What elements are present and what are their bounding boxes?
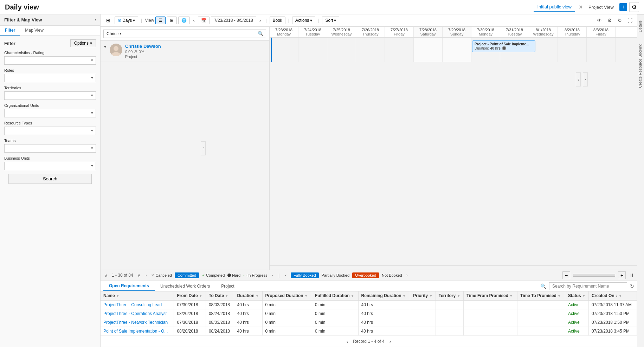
create-resource-booking-tab[interactable]: Create Resource Booking <box>637 38 644 94</box>
page-next-button[interactable]: › <box>387 338 393 345</box>
calendar-picker-button[interactable]: 📅 <box>198 17 210 24</box>
horizontal-scrollbar[interactable] <box>270 265 637 270</box>
req-name-link[interactable]: ProjectThree - Network Technician <box>103 320 168 325</box>
tab-initial-public-view[interactable]: Initial public view <box>534 3 575 12</box>
table-row: ProjectThree - Operations Analyst 08/20/… <box>101 309 637 318</box>
refresh-button[interactable]: ↻ <box>616 17 624 24</box>
col-territory[interactable]: Territory ▾ <box>436 291 463 300</box>
settings-button[interactable]: ⚙ <box>629 2 639 12</box>
req-name-link[interactable]: ProjectThree - Consulting Lead <box>103 302 162 307</box>
booking-title: Project - Point of Sale Impleme... <box>475 42 533 46</box>
resource-types-select[interactable] <box>4 127 96 135</box>
cell-status: Active <box>565 309 589 318</box>
status-badge[interactable]: Active <box>568 329 580 334</box>
bottom-tab-bar: Open Requirements Unscheduled Work Order… <box>101 281 637 291</box>
booking-block[interactable]: Project - Point of Sale Impleme... Durat… <box>472 40 535 52</box>
col-priority[interactable]: Priority ▾ <box>410 291 436 300</box>
timeline-minus-button[interactable]: − <box>562 271 570 279</box>
prev-date-button[interactable]: ‹ <box>191 17 197 24</box>
add-tab-button[interactable]: + <box>619 3 627 11</box>
requirements-refresh-button[interactable]: ↻ <box>630 283 634 289</box>
booking-status-dot <box>502 46 506 50</box>
req-name-link[interactable]: Point of Sale Implementation - O... <box>103 329 168 334</box>
col-proposed-duration[interactable]: Proposed Duration ▾ <box>262 291 312 300</box>
top-bar-tabs: Initial public view ✕ Project View + ⚙ <box>534 2 639 12</box>
tab-open-requirements[interactable]: Open Requirements <box>103 281 155 291</box>
resource-search-button[interactable]: 🔍 <box>256 31 266 36</box>
sidebar-tab-map[interactable]: Map View <box>20 26 48 36</box>
eye-button[interactable]: 👁 <box>595 17 604 24</box>
book-button[interactable]: Book <box>270 17 285 24</box>
requirements-search-input[interactable] <box>549 283 627 290</box>
timeline-plus-button[interactable]: + <box>618 271 626 279</box>
grid-view-button[interactable]: ⊞ <box>167 17 177 24</box>
status-badge[interactable]: Active <box>568 311 580 316</box>
legend-down-button[interactable]: ∨ <box>136 272 142 278</box>
col-status[interactable]: Status ▾ <box>565 291 589 300</box>
options-button[interactable]: Options ▾ <box>70 39 96 47</box>
tab-unscheduled-work-orders[interactable]: Unscheduled Work Orders <box>155 282 215 291</box>
collapse-right-arrow-cal2[interactable]: › <box>583 72 588 86</box>
fullscreen-button[interactable]: ⛶ <box>626 17 634 24</box>
teams-select[interactable] <box>4 144 96 153</box>
next-date-button[interactable]: › <box>258 17 263 24</box>
resource-search-input[interactable] <box>104 30 256 38</box>
cal-cell-5 <box>414 38 443 62</box>
legend-up-button[interactable]: ∧ <box>103 272 109 278</box>
collapse-right-arrow-cal[interactable]: ‹ <box>576 72 581 86</box>
resource-name[interactable]: Christie Dawson <box>125 44 161 49</box>
col-to-date[interactable]: To Date ▾ <box>206 291 234 300</box>
status-badge[interactable]: Active <box>568 320 580 325</box>
col-from-date[interactable]: From Date ▾ <box>174 291 206 300</box>
cal-header-day-5: 7/28/2018 Saturday <box>414 27 443 37</box>
roles-select[interactable] <box>4 74 96 82</box>
row-collapse-button[interactable]: ▼ <box>103 45 107 49</box>
cell-created-on: 07/23/2018 1:50 PM <box>588 309 637 318</box>
sidebar-collapse-button[interactable]: ‹ <box>95 18 96 23</box>
page-prev-button[interactable]: ‹ <box>344 338 350 345</box>
col-created-on[interactable]: Created On ↓ ▾ <box>588 291 637 300</box>
search-button[interactable]: Search <box>8 174 92 184</box>
cell-priority <box>410 318 436 327</box>
timeline-pause-button[interactable]: ⏸ <box>629 272 634 278</box>
col-remaining-duration[interactable]: Remaining Duration ▾ <box>358 291 410 300</box>
col-fulfilled-duration[interactable]: Fulfilled Duration ▾ <box>312 291 358 300</box>
sidebar-tab-filter[interactable]: Filter <box>0 26 20 36</box>
tab-project[interactable]: Project <box>215 282 240 291</box>
characteristics-rating-select[interactable] <box>4 56 96 65</box>
org-units-select[interactable] <box>4 109 96 117</box>
col-duration[interactable]: Duration ▾ <box>234 291 262 300</box>
col-time-from-promised[interactable]: Time From Promised ▾ <box>463 291 517 300</box>
list-view-button[interactable]: ☰ <box>155 17 166 24</box>
territories-select[interactable] <box>4 91 96 100</box>
status-badge[interactable]: Active <box>568 302 580 307</box>
bottom-panel: Open Requirements Unscheduled Work Order… <box>101 281 637 347</box>
settings-gear-button[interactable]: ⚙ <box>606 17 614 24</box>
legend-next-button[interactable]: › <box>270 272 275 278</box>
expand-grid-button[interactable]: ⊞ <box>103 17 113 24</box>
toolbar-separator-2: | <box>265 18 266 23</box>
tab-project-view[interactable]: Project View <box>585 3 617 11</box>
bottom-search-icon[interactable]: 🔍 <box>540 283 546 289</box>
actions-button[interactable]: Actions ▾ <box>292 17 315 24</box>
globe-view-button[interactable]: 🌐 <box>178 17 190 24</box>
details-panel-tab[interactable]: Details <box>637 14 644 38</box>
col-name[interactable]: Name ▾ <box>101 291 174 300</box>
legend-prev2-button[interactable]: ‹ <box>284 272 288 278</box>
filter-characteristics-rating: Characteristics - Rating <box>4 51 96 65</box>
cell-duration: 40 hrs <box>234 300 262 309</box>
legend-hard: Hard <box>227 273 240 277</box>
cal-cell-2 <box>327 38 356 62</box>
legend-next2-button[interactable]: › <box>405 272 409 278</box>
close-tab-icon[interactable]: ✕ <box>579 4 583 10</box>
collapse-left-arrow[interactable]: ‹ <box>201 141 206 155</box>
timeline-slider[interactable] <box>573 274 615 277</box>
sort-button[interactable]: Sort ▾ <box>322 17 339 24</box>
legend-prev-button[interactable]: ‹ <box>144 272 149 278</box>
days-button[interactable]: ⊙ Days ▾ <box>115 17 138 24</box>
cell-territory <box>436 309 463 318</box>
cell-from-date: 08/20/2018 <box>174 327 206 336</box>
business-units-select[interactable] <box>4 162 96 170</box>
col-time-to-promised[interactable]: Time To Promised ▾ <box>517 291 565 300</box>
req-name-link[interactable]: ProjectThree - Operations Analyst <box>103 311 167 316</box>
